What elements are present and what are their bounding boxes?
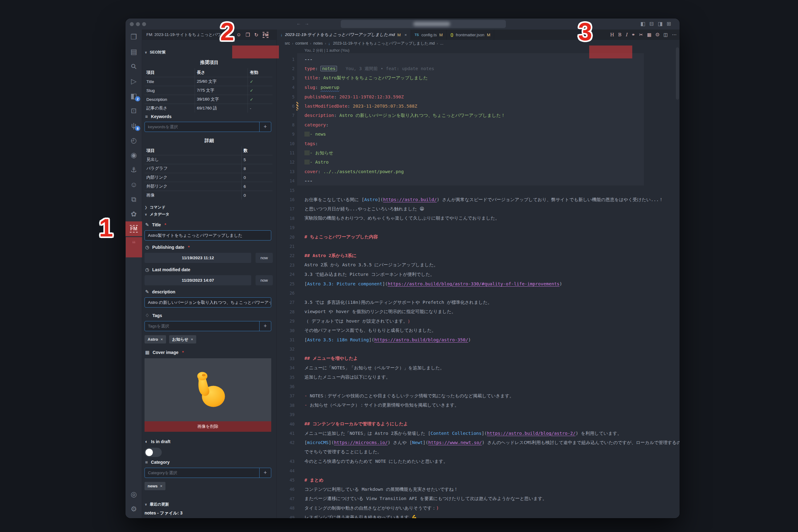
section-recent[interactable]: ∨ 最近の更新: [142, 501, 277, 508]
line-number: 36: [277, 384, 294, 389]
code-line: 34メニューに「NOTES」「お知らせ（ベルマーク）」を追加しました。: [277, 363, 680, 373]
description-input[interactable]: Astro の新しいバージョンを取り入れつつ、ちょこっとパワーアッフ: [145, 297, 271, 307]
tab-config.ts[interactable]: TSconfig.tsM: [411, 30, 447, 40]
code-line: 42[microCMS](https://microcms.io/) さんや […: [277, 438, 680, 447]
window-close-button[interactable]: [130, 22, 134, 26]
delete-image-button[interactable]: 画像を削除: [145, 421, 271, 432]
breadcrumb-item[interactable]: notes: [314, 41, 323, 45]
snippet-icon[interactable]: ✂: [639, 32, 643, 38]
ts-file-icon: TS: [415, 33, 419, 37]
tab-frontmatter.json[interactable]: {}frontmatter.jsonM: [447, 30, 494, 40]
breadcrumb-item[interactable]: content: [295, 41, 308, 45]
table-row: 内部リンク0: [145, 173, 272, 182]
toggle-secondary-sidebar-icon[interactable]: ◨: [658, 20, 663, 28]
clock-icon: ◷: [145, 267, 149, 272]
line-number: 3: [277, 76, 294, 80]
code-line: 32: [277, 344, 680, 354]
category-input[interactable]: Categoryを選択 +: [145, 468, 271, 478]
draft-toggle[interactable]: [145, 448, 162, 457]
codelens-authors[interactable]: You, 2 分前 | 1 author (You): [304, 48, 349, 53]
remove-tag-icon[interactable]: ×: [160, 337, 163, 342]
feedback-icon[interactable]: ☺: [236, 32, 241, 38]
add-keyword-button[interactable]: +: [259, 122, 271, 132]
activity-components-icon[interactable]: ⧉: [126, 192, 142, 207]
line-number: 9: [277, 132, 294, 136]
highlight-box-2: [232, 45, 279, 58]
code-line: 30その他パフォーマンス面でも、もりもりと成長しておりました。: [277, 326, 680, 335]
code-editor[interactable]: 1---2type: notesYou, 3 週間前 • feat: updat…: [277, 55, 680, 518]
command-center-search[interactable]: [341, 20, 506, 28]
publish-now-button[interactable]: now: [255, 253, 273, 263]
activity-run-debug-icon[interactable]: ▷: [126, 74, 142, 89]
activity-folders-icon[interactable]: ▤: [126, 44, 142, 59]
image-icon[interactable]: ▦: [647, 32, 651, 38]
more-actions-icon[interactable]: ⋯: [672, 32, 677, 38]
activity-settings-icon[interactable]: ⚙: [126, 501, 142, 516]
activity-timeline-icon[interactable]: ◴: [126, 133, 142, 148]
copy-icon[interactable]: ❐: [245, 32, 250, 38]
category-label: ≡ Category: [145, 459, 169, 465]
line-number: 47: [277, 496, 294, 501]
line-number: 13: [277, 169, 294, 174]
activity-account-icon[interactable]: ◎: [126, 487, 142, 501]
add-category-button[interactable]: +: [259, 468, 271, 478]
code-line: 4slug: powerup: [277, 83, 680, 92]
code-line: 46コンテンツに利用している Markdown の展開機能も充実させたいですね！: [277, 484, 680, 494]
activity-explorer-icon[interactable]: ❐: [126, 30, 142, 44]
section-metadata[interactable]: ∨ メタデータ: [142, 211, 277, 218]
activity-extensions-icon[interactable]: ◧2: [126, 89, 142, 103]
customize-layout-icon[interactable]: ⊞: [667, 20, 671, 28]
breadcrumb-item[interactable]: 2023-11-19-サイトをちょこっとパワーアップしました.md: [333, 41, 435, 46]
frontmatter-logo-icon[interactable]: FM: [263, 32, 268, 38]
hyperlink-icon[interactable]: ⚭: [631, 32, 635, 38]
activity-live-preview-icon[interactable]: ⊡: [126, 103, 142, 118]
line-number: 27: [277, 300, 294, 305]
line-number: 28: [277, 309, 294, 314]
bold-icon[interactable]: B: [618, 32, 622, 38]
table-row: 外部リンク6: [145, 182, 272, 191]
code-line: 31[Astro 3.5: i18n Routing](https://astr…: [277, 335, 680, 344]
keywords-input[interactable]: keywordsを選択 +: [145, 122, 271, 132]
line-number: 41: [277, 431, 294, 436]
refresh-icon[interactable]: ↻: [254, 32, 258, 38]
activity-docker-icon[interactable]: ⚓: [126, 163, 142, 177]
breadcrumb-item[interactable]: ...: [440, 41, 443, 45]
tab-2023-11-19-.md[interactable]: ↓2023-11-19-サイトをちょこっとパワーアップしました.mdM×: [277, 30, 411, 40]
activity-copilot-icon[interactable]: ☺: [126, 177, 142, 192]
tag-chip[interactable]: お知らせ×: [169, 335, 196, 343]
toggle-primary-sidebar-icon[interactable]: ◧: [640, 20, 645, 28]
window-minimize-button[interactable]: [136, 22, 140, 26]
activity-source-control-icon[interactable]: ψ8: [126, 118, 142, 133]
code-line: 12 - Astro: [277, 157, 680, 167]
split-editor-icon[interactable]: ◫: [664, 32, 668, 38]
category-chip[interactable]: news×: [145, 482, 166, 490]
code-line: 43今のところ快適なのであらためて NOTE にしたためたいと思います。: [277, 457, 680, 466]
activity-frontmatter-icon[interactable]: FM: [126, 222, 142, 236]
modified-date-input[interactable]: 11/20/2023 14:07: [145, 275, 251, 285]
section-commands[interactable]: ❯ コマンド: [142, 204, 277, 211]
remove-tag-icon[interactable]: ×: [191, 337, 193, 342]
emoji-icon[interactable]: ☺: [655, 32, 659, 38]
activity-search-icon[interactable]: ⚲: [126, 59, 142, 74]
title-input[interactable]: Astro製サイトをちょこっとパワーアップしました: [145, 230, 271, 241]
breadcrumb-item[interactable]: src: [285, 41, 290, 45]
badge-source-control: 8: [135, 126, 140, 131]
window-zoom-button[interactable]: [142, 22, 146, 26]
close-tab-icon[interactable]: ×: [404, 33, 407, 37]
activity-gitlens-icon[interactable]: ◉: [126, 148, 142, 163]
heading-icon[interactable]: H: [610, 32, 614, 38]
cover-image-preview: [145, 358, 271, 421]
line-number: 5: [277, 94, 294, 99]
italic-icon[interactable]: I: [626, 32, 627, 38]
editor-scrollbar[interactable]: [676, 48, 679, 100]
tags-input[interactable]: Tagsを選択 +: [145, 321, 271, 331]
add-tag-button[interactable]: +: [259, 321, 271, 331]
remove-category-icon[interactable]: ×: [160, 484, 163, 488]
modified-now-button[interactable]: now: [255, 275, 273, 285]
publish-date-input[interactable]: 11/19/2023 11:12: [145, 253, 251, 263]
activity-todo-tree-icon[interactable]: ✿: [126, 207, 142, 222]
toggle-panel-icon[interactable]: ⊟: [649, 20, 653, 28]
history-back-icon[interactable]: ←: [297, 21, 301, 26]
tag-chip[interactable]: Astro×: [145, 335, 166, 343]
history-forward-icon[interactable]: →: [304, 21, 309, 26]
